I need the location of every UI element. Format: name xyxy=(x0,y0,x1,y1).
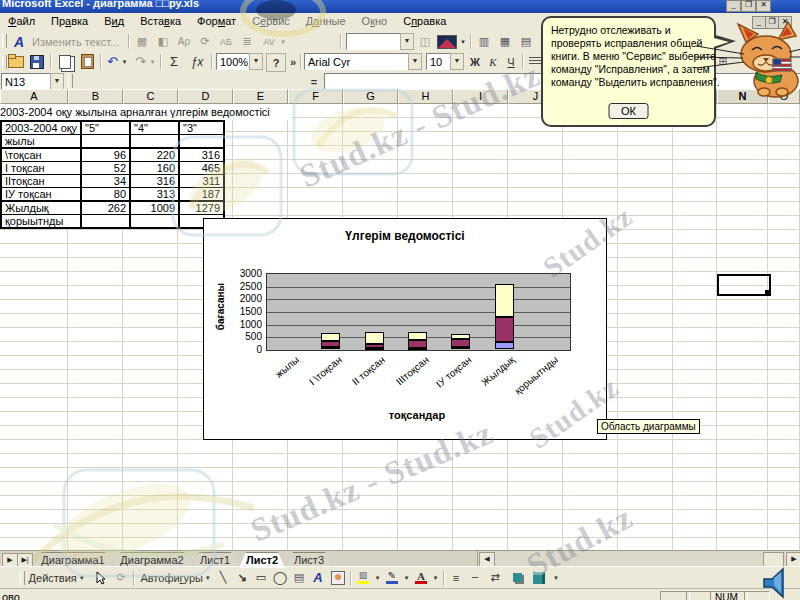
column-header-C[interactable]: C xyxy=(123,89,178,104)
arrow-style-icon[interactable]: ⇄ xyxy=(485,569,505,586)
table-row-label[interactable]: 2003-2004 оқу xyxy=(1,121,81,135)
help-button[interactable]: ? xyxy=(266,53,286,72)
table-cell[interactable]: 220 xyxy=(130,148,179,162)
bar-segment-5[interactable] xyxy=(365,348,384,350)
horizontal-scrollbar[interactable]: ◀ ▶ xyxy=(477,551,800,566)
data-table-toggle-icon[interactable]: ▦ xyxy=(495,33,515,50)
name-box[interactable]: N13 xyxy=(1,73,55,90)
zoom-dropdown-icon[interactable]: ▼ xyxy=(249,53,263,70)
autoshapes-button[interactable]: Автофигуры ▾ xyxy=(138,569,212,586)
chart-object[interactable]: Үлгерім ведомостісі бағасаны 05001000150… xyxy=(203,218,607,440)
scrollbar-thumb[interactable] xyxy=(763,552,784,567)
minimize-button-icon[interactable]: _ xyxy=(726,0,741,12)
bar-segment-3[interactable] xyxy=(451,334,470,339)
close-button-icon[interactable]: ✕ xyxy=(756,0,771,12)
table-row-label[interactable]: ІІтоқсан xyxy=(1,175,81,188)
function-wizard-icon[interactable]: ƒx xyxy=(186,53,208,70)
redo-icon[interactable]: ↷ xyxy=(132,53,149,70)
bar-segment-5[interactable] xyxy=(321,347,340,349)
table-row-label[interactable]: \тоқсан xyxy=(1,148,81,162)
table-cell[interactable]: 316 xyxy=(130,175,179,188)
open-icon[interactable] xyxy=(6,53,26,70)
formula-bar-grip[interactable] xyxy=(68,74,73,88)
restore-button-icon[interactable]: ❐ xyxy=(741,0,756,12)
table-cell[interactable]: 313 xyxy=(130,188,179,202)
menu-item-Правка[interactable]: Правка xyxy=(43,13,96,27)
table-cell[interactable] xyxy=(130,215,179,229)
sheet-tab-Лист2[interactable]: Лист2 xyxy=(239,552,285,568)
scroll-left-icon[interactable]: ◀ xyxy=(479,552,495,567)
table-cell[interactable]: 1009 xyxy=(130,201,179,215)
italic-button[interactable]: К xyxy=(484,53,502,70)
table-cell[interactable]: 1279 xyxy=(179,201,224,215)
paste-icon[interactable] xyxy=(77,53,97,70)
column-header-F[interactable]: F xyxy=(288,89,343,104)
active-cell-selection[interactable] xyxy=(717,274,771,296)
select-objects-icon[interactable] xyxy=(92,569,110,586)
chart-objects-combo[interactable] xyxy=(346,33,405,50)
free-rotate-icon[interactable]: ⟳ xyxy=(195,33,215,50)
text-box-tool-icon[interactable]: ▤ xyxy=(290,569,308,586)
wordart-spacing-icon[interactable]: AV xyxy=(258,33,280,50)
bar-segment-4[interactable] xyxy=(495,317,514,343)
table-cell[interactable]: 80 xyxy=(81,188,130,202)
font-color-icon[interactable]: А xyxy=(412,569,430,586)
underline-button[interactable]: Ч xyxy=(502,53,520,70)
table-cell[interactable]: 52 xyxy=(81,162,130,175)
table-cell[interactable]: 316 xyxy=(179,148,224,162)
column-header-I[interactable]: I xyxy=(453,89,508,104)
table-row-label[interactable]: қорыытнды xyxy=(1,215,81,229)
bar-segment-3[interactable] xyxy=(408,332,427,340)
table-cell[interactable]: 34 xyxy=(81,175,130,188)
autosum-icon[interactable]: Σ xyxy=(164,53,184,70)
wordart-gallery-icon[interactable]: ▦ xyxy=(132,33,152,50)
zoom-combo[interactable]: 100% xyxy=(216,53,253,70)
bar-segment-5[interactable] xyxy=(495,342,514,349)
table-cell[interactable]: 311 xyxy=(179,175,224,188)
dash-style-icon[interactable]: ┄ xyxy=(466,569,484,586)
ok-button[interactable]: ОК xyxy=(608,103,649,119)
column-header-D[interactable]: D xyxy=(178,89,233,104)
bar-segment-4[interactable] xyxy=(321,341,340,347)
line-style-icon[interactable]: ≡ xyxy=(447,569,465,586)
insert-wordart-icon[interactable]: A xyxy=(309,569,327,586)
title-bar[interactable]: Microsoft Excel - диаграмма □□ру.xls _ ❐… xyxy=(0,0,800,13)
copy-icon[interactable] xyxy=(55,53,75,70)
table-cell[interactable]: 465 xyxy=(179,162,224,175)
table-cell[interactable] xyxy=(81,215,130,229)
column-header-H[interactable]: H xyxy=(398,89,453,104)
by-rows-icon[interactable]: ▤ xyxy=(516,33,536,50)
line-tool-icon[interactable]: ╲ xyxy=(214,569,232,586)
table-cell[interactable] xyxy=(81,135,130,149)
column-header-B[interactable]: B xyxy=(68,89,123,104)
column-header-G[interactable]: G xyxy=(343,89,398,104)
data-table[interactable]: 2003-2004 оқу"5""4""3"жылы\тоқсан9622031… xyxy=(0,120,225,229)
bar-segment-4[interactable] xyxy=(451,339,470,347)
format-selection-icon[interactable]: ◫ xyxy=(416,33,434,50)
table-cell[interactable] xyxy=(179,135,224,149)
table-cell[interactable]: 96 xyxy=(81,148,130,162)
menu-item-Сервис[interactable]: Сервис xyxy=(244,13,298,27)
table-cell[interactable]: "3" xyxy=(179,121,224,135)
menu-item-Справка[interactable]: Справка xyxy=(395,13,454,27)
wordart-same-height-icon[interactable]: АБ xyxy=(216,33,236,50)
shadow-icon[interactable] xyxy=(507,569,527,586)
table-cell[interactable]: 187 xyxy=(179,188,224,202)
free-rotate-icon[interactable]: ⟳ xyxy=(112,569,130,586)
bar-segment-3[interactable] xyxy=(321,333,340,341)
chart-type-icon[interactable] xyxy=(436,33,458,50)
menu-item-Файл[interactable]: Файл xyxy=(0,13,43,27)
fill-color-icon[interactable]: ▨ xyxy=(354,569,372,586)
bar-segment-4[interactable] xyxy=(365,344,384,348)
table-cell[interactable]: "5" xyxy=(81,121,130,135)
draw-actions-button[interactable]: Действия ▾ xyxy=(28,569,84,586)
legend-toggle-icon[interactable]: ▥ xyxy=(474,33,494,50)
wordart-format-icon[interactable]: ◧ xyxy=(153,33,173,50)
table-row-label[interactable]: Жылдық xyxy=(1,201,81,215)
table-cell[interactable] xyxy=(130,135,179,149)
menu-item-Окно[interactable]: Окно xyxy=(354,13,396,27)
table-row-label[interactable]: жылы xyxy=(1,135,81,149)
scroll-right-icon[interactable]: ▶ xyxy=(786,552,800,567)
column-header-E[interactable]: E xyxy=(233,89,288,104)
table-title-cell[interactable]: 2003-2004 оқу жылына арналған үлгерім ве… xyxy=(0,104,292,120)
